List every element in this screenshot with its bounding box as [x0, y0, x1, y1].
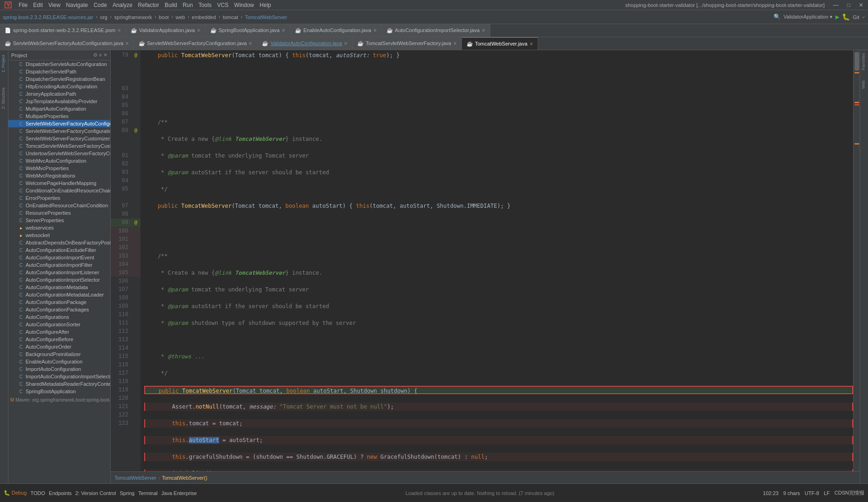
- tab-validatorautoconfig-close[interactable]: ✕: [344, 41, 347, 46]
- favorites-tab[interactable]: Favorites: [860, 50, 868, 73]
- tree-item-httpencoding[interactable]: CHttpEncodingAutoConfiguration: [8, 83, 110, 90]
- tree-item-webservices[interactable]: ▸webservices: [8, 224, 110, 231]
- tree-item-multipartprop[interactable]: CMultipartProperties: [8, 112, 110, 120]
- todo-tab[interactable]: TODO: [30, 490, 45, 496]
- tree-item-autoconfigurebefore[interactable]: CAutoConfigureBefore: [8, 336, 110, 343]
- tab-servletfactoryconfig[interactable]: ☕ ServletWebServerFactoryConfiguration.j…: [134, 37, 257, 50]
- debug-tab[interactable]: 🐛 Debug: [4, 490, 27, 496]
- tree-item-sharedmeta[interactable]: CSharedMetadataReaderFactoryContextIniti…: [8, 380, 110, 388]
- window-maximize[interactable]: □: [844, 2, 853, 8]
- menu-view[interactable]: View: [46, 2, 63, 8]
- tree-item-welcomepage[interactable]: CWelcomePageHandlerMapping: [8, 179, 110, 187]
- tree-item-autoconfigevent[interactable]: CAutoConfigurationImportEvent: [8, 254, 110, 261]
- tree-item-undertow[interactable]: CUndertowServletWebServerFactoryCustomiz…: [8, 150, 110, 157]
- tree-item-jsptpl[interactable]: CJspTemplateAvailabilityProvider: [8, 98, 110, 105]
- menu-navigate[interactable]: Navigate: [63, 2, 91, 8]
- menu-vcs[interactable]: VCS: [214, 2, 232, 8]
- bc-class[interactable]: TomcatWebServer: [114, 475, 156, 481]
- tab-autoconfigimport-close[interactable]: ✕: [481, 28, 485, 33]
- tab-servletfactoryconfig-close[interactable]: ✕: [248, 41, 252, 46]
- menu-code[interactable]: Code: [91, 2, 110, 8]
- tab-enableautoconfig-close[interactable]: ✕: [373, 28, 377, 33]
- git-check[interactable]: ✓: [862, 14, 865, 20]
- breadcrumb-jar[interactable]: spring-boot-2.3.2.RELEASE-sources.jar: [3, 14, 93, 20]
- search-icon[interactable]: 🔍: [774, 13, 781, 20]
- spring-tab[interactable]: Spring: [120, 490, 134, 496]
- tab-springbootapp-close[interactable]: ✕: [281, 28, 285, 33]
- tab-validatorapp[interactable]: ☕ ValidatorApplication.java ✕: [126, 24, 206, 37]
- breadcrumb-embedded[interactable]: embedded: [192, 14, 216, 20]
- debug-btn-toolbar[interactable]: 🐛: [842, 13, 850, 21]
- version-control-tab[interactable]: 2: Version Control: [75, 490, 116, 496]
- tree-item-onenabled[interactable]: COnEnabledResourceChainCondition: [8, 202, 110, 209]
- tree-item-abstractdepends[interactable]: CAbstractDependsOnBeanFactoryPostProcess…: [8, 239, 110, 246]
- tab-tomcatwebserver-close[interactable]: ✕: [529, 41, 533, 46]
- tree-item-autoconfigs[interactable]: CAutoConfigurations: [8, 313, 110, 321]
- tree-item-webmvcprop[interactable]: CWebMvcProperties: [8, 165, 110, 172]
- tree-item-webmvcreg[interactable]: CWebMvcRegistrations: [8, 172, 110, 179]
- tree-item-resourceprop[interactable]: CResourceProperties: [8, 209, 110, 217]
- tab-enableautoconfig[interactable]: ☕ EnableAutoConfiguration.java ✕: [290, 24, 382, 37]
- tree-item-autoconfigselector[interactable]: CAutoConfigurationImportSelector: [8, 276, 110, 284]
- tree-item-autoconfigexclude[interactable]: CAutoConfigurationExcludeFilter: [8, 246, 110, 254]
- tab-springbootapp[interactable]: ☕ SpringBootApplication.java ✕: [206, 24, 290, 37]
- tree-item-importauto[interactable]: CImportAutoConfiguration: [8, 365, 110, 373]
- tree-item-autoconfigafter[interactable]: CAutoConfigureAfter: [8, 328, 110, 336]
- breadcrumb-springframework[interactable]: springframework: [114, 14, 152, 20]
- menu-build[interactable]: Build: [162, 2, 180, 8]
- tab-tomcatservlet-close[interactable]: ✕: [453, 41, 457, 46]
- tree-item-dispatcher[interactable]: CDispatcherServletAutoConfiguration: [8, 60, 110, 68]
- tree-item-maven[interactable]: M Maven: org.springframework.boot:spring…: [8, 397, 110, 403]
- menu-analyze[interactable]: Analyze: [110, 2, 135, 8]
- structure-panel-icon[interactable]: 2: Structure: [0, 85, 8, 112]
- java-enterprise-tab[interactable]: Java Enterprise: [161, 490, 197, 496]
- sidebar-collapse-icon[interactable]: ≡: [99, 52, 102, 58]
- tree-item-autoconfigmetaload[interactable]: CAutoConfigurationMetadataLoader: [8, 291, 110, 298]
- run-config[interactable]: ValidatorApplication ▾: [783, 14, 832, 20]
- terminal-tab[interactable]: Terminal: [138, 490, 158, 496]
- tab-servletwebserver[interactable]: ☕ ServletWebServerFactoryAutoConfigurati…: [0, 37, 134, 50]
- breadcrumb-org[interactable]: org: [100, 14, 107, 20]
- input-method[interactable]: CDSN完情报: [835, 489, 864, 496]
- tab-autoconfigimport[interactable]: ☕ AutoConfigurationImportSelector.java ✕: [382, 24, 490, 37]
- tab-pom-close[interactable]: ✕: [117, 28, 121, 33]
- tree-item-servletfactconfig[interactable]: CServletWebServerFactoryConfiguration: [8, 127, 110, 135]
- tree-item-autoconfiglistener[interactable]: CAutoConfigurationImportListener: [8, 269, 110, 276]
- menu-help[interactable]: Help: [257, 2, 274, 8]
- code-content[interactable]: public TomcatWebServer(Tomcat tomcat) { …: [140, 50, 853, 471]
- web-tab[interactable]: Web: [860, 78, 868, 92]
- tree-item-webmvcauto[interactable]: CWebMvcAutoConfiguration: [8, 157, 110, 165]
- scroll-thumb[interactable]: [855, 52, 859, 71]
- tree-item-autoconfigorder[interactable]: CAutoConfigureOrder: [8, 343, 110, 350]
- tree-item-serverprop[interactable]: CServerProperties: [8, 217, 110, 224]
- tree-item-servletwebserver-selected[interactable]: CServletWebServerFactoryAutoConfiguratio…: [8, 120, 110, 127]
- breadcrumb-tomcat[interactable]: tomcat: [223, 14, 238, 20]
- menu-file[interactable]: File: [16, 2, 30, 8]
- tree-item-websocket[interactable]: ▸websocket: [8, 231, 110, 239]
- bc-method[interactable]: TomcatWebServer(): [162, 475, 207, 481]
- menu-refactor[interactable]: Refactor: [135, 2, 162, 8]
- sidebar-gear-icon[interactable]: ⚙: [93, 52, 98, 58]
- tab-pom[interactable]: 📄 spring-boot-starter-web-2.3.2.RELEASE.…: [0, 24, 126, 37]
- tab-validatorapp-close[interactable]: ✕: [197, 28, 200, 33]
- tree-item-springbootapp[interactable]: CSpringBootApplication: [8, 388, 110, 395]
- tree-item-conditionalchain[interactable]: CConditionalOnEnabledResourceChain: [8, 187, 110, 194]
- tree-item-autoconfigmeta[interactable]: CAutoConfigurationMetadata: [8, 284, 110, 291]
- tree-item-errorprop[interactable]: CErrorProperties: [8, 194, 110, 202]
- tree-item-autoconfigpkg[interactable]: CAutoConfigurationPackage: [8, 298, 110, 306]
- tree-item-autoconfigpkgs[interactable]: CAutoConfigurationPackages: [8, 306, 110, 313]
- menu-edit[interactable]: Edit: [30, 2, 46, 8]
- sidebar-close-icon[interactable]: ✕: [103, 52, 107, 58]
- tab-tomcatwebserver[interactable]: ☕ TomcatWebServer.java ✕: [462, 37, 538, 50]
- tree-item-dispatcherpath[interactable]: CDispatcherServletPath: [8, 68, 110, 75]
- tab-validatorautoconfig[interactable]: ☕ ValidatorAutoConfiguration.java ✕: [257, 37, 353, 50]
- tree-item-importautoselector[interactable]: CImportAutoConfigurationImportSelector: [8, 373, 110, 380]
- window-minimize[interactable]: —: [830, 2, 841, 8]
- tree-item-jerseyapp[interactable]: CJerseyApplicationPath: [8, 90, 110, 98]
- menu-tools[interactable]: Tools: [196, 2, 214, 8]
- tab-tomcatservlet[interactable]: ☕ TomcatServletWebServerFactory.java ✕: [353, 37, 462, 50]
- window-close[interactable]: ✕: [856, 2, 866, 8]
- tree-item-dispatcherreg[interactable]: CDispatcherServletRegistrationBean: [8, 75, 110, 83]
- tree-item-multipartauto[interactable]: CMultipartAutoConfiguration: [8, 105, 110, 112]
- tree-item-enableautoconfig[interactable]: CEnableAutoConfiguration: [8, 358, 110, 365]
